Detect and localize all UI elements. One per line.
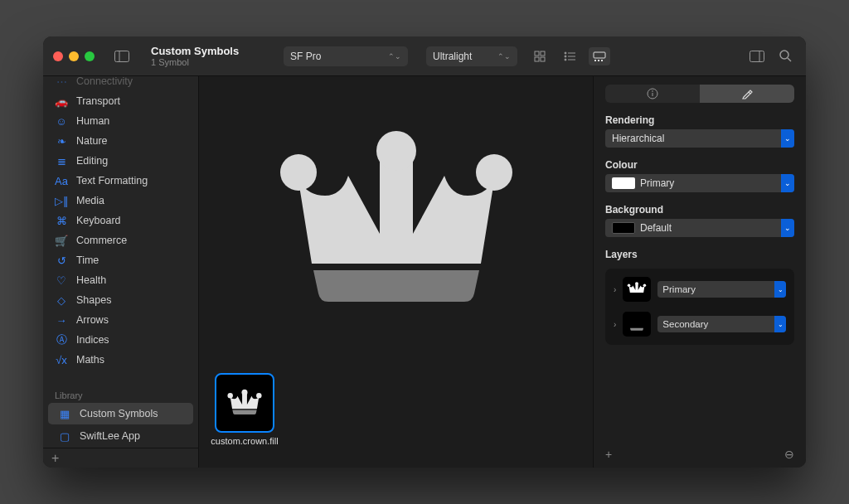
- category-item[interactable]: ❧Nature: [43, 131, 198, 151]
- category-label: Media: [76, 195, 104, 206]
- category-icon: ♡: [55, 274, 68, 287]
- layer-row: › Primary⌄: [614, 277, 786, 302]
- disclosure-chevron-icon[interactable]: ›: [614, 320, 616, 329]
- close-window-button[interactable]: [53, 51, 63, 61]
- background-select[interactable]: Default ⌄: [605, 219, 794, 237]
- layer-row: › Secondary⌄: [614, 312, 786, 337]
- category-icon: ◇: [55, 294, 68, 307]
- category-icon: 🛒: [55, 235, 68, 247]
- add-library-button[interactable]: +: [51, 451, 59, 466]
- category-item[interactable]: 🛒Commerce: [43, 230, 198, 250]
- add-layer-button[interactable]: +: [605, 448, 612, 461]
- symbol-gallery: custom.crown.fill: [199, 368, 593, 468]
- category-list: ⋯Connectivity🚗Transport☺Human❧Nature≣Edi…: [43, 76, 198, 385]
- svg-point-24: [241, 390, 247, 395]
- category-icon: 🚗: [55, 95, 68, 108]
- category-item[interactable]: →Arrows: [43, 310, 198, 330]
- category-label: Maths: [76, 354, 104, 366]
- thumb-label: custom.crown.fill: [211, 436, 278, 447]
- window-subtitle: 1 Symbol: [151, 57, 267, 67]
- chevron-updown-icon: ⌄: [774, 281, 786, 298]
- library-label: Custom Symbols: [80, 408, 158, 419]
- category-item[interactable]: ☺Human: [43, 111, 198, 131]
- colour-select[interactable]: Primary ⌄: [605, 174, 794, 192]
- category-item[interactable]: ⒶIndices: [43, 330, 198, 350]
- layers-label: Layers: [605, 249, 794, 260]
- category-item[interactable]: ⋯Connectivity: [43, 76, 198, 91]
- chevron-updown-icon: ⌄: [774, 316, 786, 332]
- colour-value: Primary: [640, 177, 674, 189]
- rendering-select[interactable]: Hierarchical ⌄: [605, 129, 794, 148]
- category-item[interactable]: ▷‖Media: [43, 191, 198, 211]
- category-label: Time: [76, 254, 99, 266]
- inspector-tabs: [605, 85, 794, 103]
- category-label: Health: [76, 274, 106, 286]
- category-label: Commerce: [76, 235, 127, 246]
- background-swatch: [612, 222, 635, 234]
- rendering-value: Hierarchical: [612, 133, 664, 144]
- category-icon: ≣: [55, 155, 68, 167]
- category-label: Editing: [76, 155, 108, 167]
- info-tab[interactable]: [605, 85, 700, 103]
- inspector-panel: Rendering Hierarchical ⌄ Colour Primary …: [594, 76, 806, 468]
- library-label: SwiftLee App: [80, 430, 140, 442]
- toggle-sidebar-button[interactable]: [111, 47, 133, 65]
- svg-point-6: [565, 52, 566, 54]
- category-item[interactable]: ◇Shapes: [43, 290, 198, 310]
- window-controls: [53, 51, 95, 61]
- list-view-button[interactable]: [559, 47, 580, 65]
- category-label: Nature: [76, 135, 108, 147]
- chevron-updown-icon: ⌄: [781, 129, 794, 148]
- svg-point-23: [227, 393, 232, 398]
- grid-view-button[interactable]: [529, 47, 551, 65]
- category-icon: ⋯: [55, 76, 68, 88]
- library-section-header: Library: [43, 385, 198, 402]
- svg-point-30: [635, 282, 638, 285]
- category-label: Text Formatting: [76, 175, 148, 187]
- library-icon: ▦: [58, 408, 71, 420]
- layer-options-button[interactable]: ⊖: [784, 448, 794, 461]
- sidebar: ⋯Connectivity🚗Transport☺Human❧Nature≣Edi…: [43, 76, 199, 468]
- appearance-tab[interactable]: [700, 85, 794, 103]
- svg-point-27: [652, 90, 653, 92]
- toggle-inspector-button[interactable]: [746, 47, 768, 65]
- library-item[interactable]: ▦Custom Symbols: [48, 403, 193, 424]
- library-item[interactable]: ▢SwiftLee App: [48, 425, 193, 447]
- category-icon: ↺: [55, 254, 68, 267]
- chevron-updown-icon: ⌄: [781, 174, 794, 192]
- category-icon: √x: [55, 354, 68, 366]
- category-item[interactable]: ♡Health: [43, 270, 198, 290]
- layer-select[interactable]: Primary⌄: [657, 281, 786, 298]
- search-button[interactable]: [774, 47, 796, 65]
- chevron-updown-icon: ⌄: [781, 219, 794, 237]
- svg-rect-3: [541, 51, 545, 56]
- weight-select[interactable]: Ultralight ⌃⌄: [426, 46, 517, 66]
- gallery-thumb[interactable]: custom.crown.fill: [209, 373, 280, 447]
- category-icon: Aa: [55, 175, 68, 187]
- category-icon: ❧: [55, 135, 68, 148]
- svg-rect-13: [594, 60, 596, 61]
- layers-box: › Primary⌄› Secondary⌄: [605, 269, 794, 345]
- category-item[interactable]: ≣Editing: [43, 151, 198, 171]
- category-item[interactable]: ↺Time: [43, 250, 198, 270]
- font-select[interactable]: SF Pro ⌃⌄: [284, 46, 408, 66]
- fullscreen-window-button[interactable]: [85, 51, 95, 61]
- category-item[interactable]: ⌘Keyboard: [43, 211, 198, 230]
- svg-line-19: [788, 58, 791, 61]
- category-item[interactable]: √xMaths: [43, 350, 198, 370]
- gallery-view-button[interactable]: [589, 47, 610, 65]
- svg-point-8: [565, 56, 566, 57]
- category-item[interactable]: AaText Formatting: [43, 171, 198, 191]
- symbol-preview: [199, 76, 593, 368]
- thumb-box: [215, 373, 274, 433]
- category-label: Connectivity: [76, 76, 133, 87]
- layer-value: Secondary: [662, 319, 708, 329]
- background-label: Background: [605, 204, 794, 216]
- minimize-window-button[interactable]: [69, 51, 79, 61]
- chevron-updown-icon: ⌃⌄: [380, 52, 401, 61]
- svg-rect-2: [535, 51, 539, 56]
- category-item[interactable]: 🚗Transport: [43, 91, 198, 111]
- disclosure-chevron-icon[interactable]: ›: [614, 285, 616, 294]
- layer-select[interactable]: Secondary⌄: [657, 316, 786, 332]
- background-value: Default: [640, 222, 672, 234]
